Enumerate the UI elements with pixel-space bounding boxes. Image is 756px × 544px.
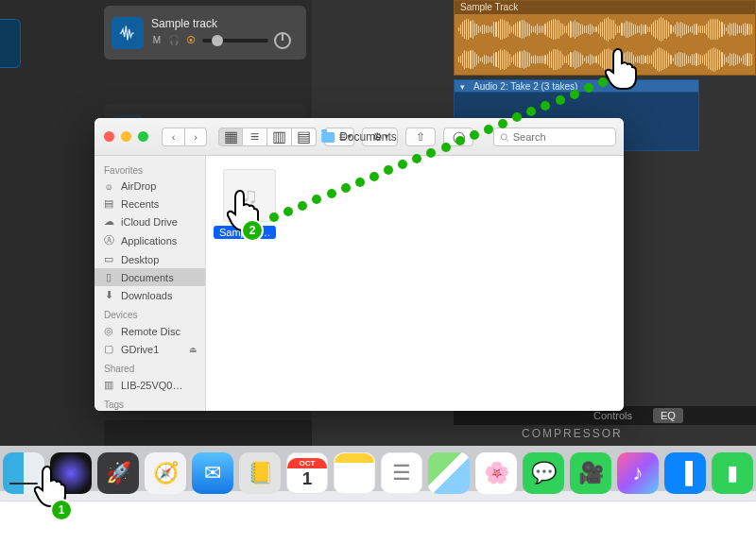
cloud-icon: ☁ — [102, 215, 115, 228]
drive-icon: ▢ — [102, 343, 115, 355]
search-field[interactable] — [493, 128, 616, 146]
dock-calendar-icon[interactable]: OCT1 — [286, 452, 328, 494]
search-input[interactable] — [513, 131, 610, 143]
dock-messages-icon[interactable]: 💬 — [523, 452, 564, 494]
sidebar-item-gdrive[interactable]: ▢GDrive1⏏ — [94, 340, 205, 358]
window-title: Documents — [321, 130, 397, 144]
headphones-icon[interactable]: 🎧 — [168, 35, 180, 46]
sidebar-group-shared: Shared — [94, 358, 205, 376]
desktop-icon: ▭ — [102, 253, 115, 265]
dock-photos-icon[interactable]: 🌸 — [475, 452, 517, 494]
dock-contacts-icon[interactable]: 📒 — [239, 452, 281, 494]
downloads-icon: ⬇ — [102, 289, 115, 301]
step-badge-1: 1 — [52, 501, 71, 519]
dock-launchpad-icon[interactable]: 🚀 — [97, 452, 139, 494]
sidebar-group-tags: Tags — [94, 394, 205, 411]
dock-itunes-icon[interactable]: ♪ — [617, 452, 659, 494]
airdrop-icon: ⌾ — [102, 180, 115, 192]
icon-view-icon[interactable]: ▦ — [218, 128, 243, 146]
sidebar-item-shared[interactable]: ▥LIB-25VQ0… — [94, 376, 205, 394]
list-view-icon[interactable]: ≡ — [243, 128, 267, 146]
sidebar-item-recents[interactable]: ▤Recents — [94, 195, 205, 212]
sidebar-item-desktop[interactable]: ▭Desktop — [94, 250, 205, 268]
record-icon[interactable]: ⦿ — [185, 35, 197, 46]
sidebar-item-documents[interactable]: ▯Documents — [94, 268, 205, 286]
sidebar-group-devices: Devices — [94, 304, 205, 322]
dock-safari-icon[interactable]: 🧭 — [145, 452, 186, 494]
sidebar-item-airdrop[interactable]: ⌾AirDrop — [94, 178, 205, 195]
close-icon[interactable] — [104, 131, 114, 142]
dock: 🚀 🧭 ✉ 📒 OCT1 ☰ 🌸 💬 🎥 ♪ ▐ ▮ — [0, 446, 756, 501]
take-folder-header[interactable]: Audio 2: Take 2 (3 takes) — [454, 79, 699, 93]
dock-maps-icon[interactable] — [428, 452, 470, 494]
sidebar-item-applications[interactable]: ⒶApplications — [94, 230, 205, 250]
server-icon: ▥ — [102, 379, 115, 391]
finder-sidebar: Favorites ⌾AirDrop ▤Recents ☁iCloud Driv… — [94, 156, 206, 411]
mute-icon[interactable]: M — [151, 35, 163, 46]
search-icon — [500, 132, 509, 143]
forward-button[interactable]: › — [184, 128, 207, 146]
column-view-icon[interactable]: ▥ — [267, 128, 292, 146]
finder-content[interactable]: ♫ Sample t… — [206, 156, 624, 411]
dock-reminders-icon[interactable]: ☰ — [381, 452, 422, 494]
region-header: Sample Track — [455, 1, 755, 14]
sidebar-item-remotedisc[interactable]: ◎Remote Disc — [94, 322, 205, 340]
view-mode-segment[interactable]: ▦ ≡ ▥ ▤ — [218, 128, 317, 146]
svg-line-1 — [507, 139, 508, 141]
dock-notes-icon[interactable] — [334, 452, 375, 494]
svg-point-0 — [501, 133, 507, 139]
waveform-display — [455, 16, 755, 42]
tags-button[interactable]: ◯ — [443, 128, 473, 146]
applications-icon: Ⓐ — [102, 233, 115, 247]
sidebar-item-icloud[interactable]: ☁iCloud Drive — [94, 212, 205, 230]
step-badge-2: 2 — [243, 221, 262, 240]
gallery-view-icon[interactable]: ▤ — [292, 128, 317, 146]
volume-slider[interactable] — [202, 39, 268, 42]
compressor-label: COMPRESSOR — [522, 427, 623, 440]
pan-knob[interactable] — [274, 32, 291, 49]
recents-icon: ▤ — [102, 197, 115, 210]
finder-window[interactable]: ‹ › ▦ ≡ ▥ ▤ ⋮≡ ▾ ⚙ ▾ ⇧ ◯ Documents — [94, 118, 624, 411]
documents-icon: ▯ — [102, 271, 115, 283]
waveform-icon — [112, 17, 144, 49]
dock-mail-icon[interactable]: ✉ — [192, 452, 233, 494]
track-header-sample[interactable]: Sample track M 🎧 ⦿ — [104, 6, 306, 60]
eject-icon[interactable]: ⏏ — [189, 345, 198, 354]
cursor-icon — [605, 45, 643, 91]
disc-icon: ◎ — [102, 325, 115, 337]
dock-keynote-icon[interactable]: ▐ — [664, 452, 706, 494]
dock-numbers-icon[interactable]: ▮ — [712, 452, 753, 494]
title-text: Documents — [339, 130, 397, 144]
dock-facetime-icon[interactable]: 🎥 — [570, 452, 611, 494]
track-name: Sample track — [151, 17, 306, 30]
side-widget[interactable] — [0, 19, 21, 68]
maximize-icon[interactable] — [138, 131, 148, 142]
sidebar-item-downloads[interactable]: ⬇Downloads — [94, 286, 205, 304]
sidebar-group-favorites: Favorites — [94, 160, 205, 178]
folder-icon — [321, 132, 335, 143]
back-button[interactable]: ‹ — [162, 128, 184, 146]
share-button[interactable]: ⇧ — [405, 128, 436, 146]
finder-titlebar[interactable]: ‹ › ▦ ≡ ▥ ▤ ⋮≡ ▾ ⚙ ▾ ⇧ ◯ Documents — [94, 118, 624, 156]
minimize-icon[interactable] — [121, 131, 131, 142]
tab-eq[interactable]: EQ — [653, 408, 683, 423]
